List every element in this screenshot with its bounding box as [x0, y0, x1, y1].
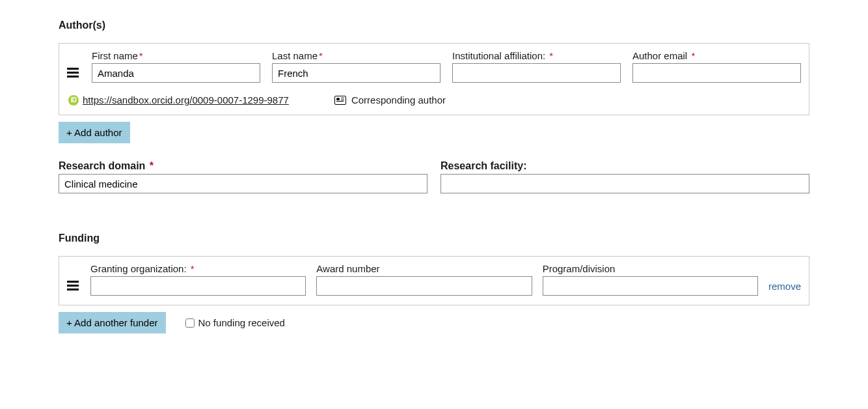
- first-name-label: First name*: [92, 50, 260, 61]
- affiliation-label: Institutional affiliation: *: [452, 50, 621, 61]
- funder-record: Granting organization: * Award number Pr…: [59, 256, 809, 305]
- research-facility-input[interactable]: [441, 174, 809, 193]
- affiliation-input[interactable]: [452, 63, 621, 83]
- orcid-group: iD https://sandbox.orcid.org/0009-0007-1…: [68, 94, 289, 106]
- contact-card-icon: [334, 96, 346, 105]
- research-facility-label: Research facility:: [441, 160, 809, 172]
- no-funding-checkbox[interactable]: [185, 318, 195, 328]
- corresponding-author-toggle[interactable]: Corresponding author: [334, 94, 446, 106]
- research-domain-label: Research domain *: [59, 160, 427, 172]
- orcid-link[interactable]: https://sandbox.orcid.org/0009-0007-1299…: [83, 94, 289, 106]
- drag-handle-icon[interactable]: [67, 281, 80, 296]
- award-number-label: Award number: [316, 263, 532, 274]
- drag-handle-icon[interactable]: [67, 68, 80, 83]
- no-funding-label[interactable]: No funding received: [198, 317, 285, 328]
- first-name-input[interactable]: [92, 63, 260, 83]
- program-division-label: Program/division: [543, 263, 758, 274]
- add-author-button[interactable]: + Add author: [59, 122, 130, 143]
- add-funder-button[interactable]: + Add another funder: [59, 312, 166, 333]
- program-division-input[interactable]: [543, 276, 758, 296]
- email-input[interactable]: [632, 63, 801, 83]
- authors-heading: Author(s): [59, 20, 809, 31]
- granting-org-input[interactable]: [90, 276, 306, 296]
- remove-funder-button[interactable]: remove: [768, 281, 801, 296]
- email-label: Author email *: [632, 50, 801, 61]
- funding-heading: Funding: [59, 233, 809, 244]
- corresponding-label: Corresponding author: [351, 94, 446, 106]
- orcid-icon: iD: [68, 95, 79, 106]
- research-domain-input[interactable]: [59, 174, 427, 193]
- award-number-input[interactable]: [316, 276, 532, 296]
- last-name-input[interactable]: [272, 63, 441, 83]
- granting-org-label: Granting organization: *: [90, 263, 306, 274]
- last-name-label: Last name*: [272, 50, 441, 61]
- author-record: First name* Last name* Institutional aff…: [59, 43, 809, 115]
